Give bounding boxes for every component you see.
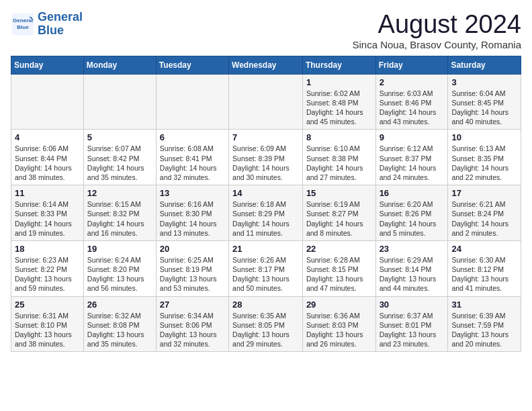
- calendar-cell: [229, 74, 303, 130]
- day-number: 30: [380, 300, 445, 310]
- main-title: August 2024: [352, 11, 521, 39]
- calendar-cell: [83, 74, 156, 130]
- day-number: 31: [451, 300, 517, 310]
- calendar-cell: 23Sunrise: 6:29 AM Sunset: 8:14 PM Dayli…: [375, 240, 448, 296]
- day-number: 8: [306, 132, 372, 142]
- calendar-cell: 18Sunrise: 6:23 AM Sunset: 8:22 PM Dayli…: [11, 240, 84, 296]
- calendar-cell: 28Sunrise: 6:35 AM Sunset: 8:05 PM Dayli…: [229, 296, 303, 352]
- calendar-cell: 5Sunrise: 6:07 AM Sunset: 8:42 PM Daylig…: [83, 130, 156, 185]
- day-of-week-header: Monday: [83, 56, 156, 74]
- day-number: 14: [232, 188, 299, 198]
- day-info: Sunrise: 6:37 AM Sunset: 8:01 PM Dayligh…: [380, 311, 445, 349]
- calendar-week-row: 11Sunrise: 6:14 AM Sunset: 8:33 PM Dayli…: [11, 185, 521, 241]
- calendar-cell: 25Sunrise: 6:31 AM Sunset: 8:10 PM Dayli…: [11, 296, 84, 352]
- day-number: 9: [380, 132, 445, 142]
- days-of-week-row: SundayMondayTuesdayWednesdayThursdayFrid…: [11, 56, 521, 74]
- calendar-cell: 29Sunrise: 6:36 AM Sunset: 8:03 PM Dayli…: [302, 296, 375, 352]
- svg-text:General: General: [13, 17, 33, 24]
- day-number: 23: [380, 244, 445, 254]
- day-number: 3: [451, 77, 517, 87]
- day-number: 21: [232, 244, 299, 254]
- calendar-week-row: 18Sunrise: 6:23 AM Sunset: 8:22 PM Dayli…: [11, 240, 521, 296]
- calendar-week-row: 25Sunrise: 6:31 AM Sunset: 8:10 PM Dayli…: [11, 296, 521, 352]
- day-number: 10: [451, 132, 517, 142]
- day-info: Sunrise: 6:23 AM Sunset: 8:22 PM Dayligh…: [15, 255, 80, 293]
- day-of-week-header: Wednesday: [229, 56, 303, 74]
- day-number: 19: [87, 244, 152, 254]
- calendar-cell: 27Sunrise: 6:34 AM Sunset: 8:06 PM Dayli…: [156, 296, 228, 352]
- calendar-week-row: 1Sunrise: 6:02 AM Sunset: 8:48 PM Daylig…: [11, 74, 521, 130]
- day-info: Sunrise: 6:26 AM Sunset: 8:17 PM Dayligh…: [232, 255, 299, 293]
- day-info: Sunrise: 6:35 AM Sunset: 8:05 PM Dayligh…: [232, 311, 299, 349]
- day-number: 12: [87, 188, 152, 198]
- day-number: 17: [451, 188, 517, 198]
- day-of-week-header: Thursday: [302, 56, 375, 74]
- day-number: 27: [160, 300, 225, 310]
- calendar-cell: 13Sunrise: 6:16 AM Sunset: 8:30 PM Dayli…: [156, 185, 228, 241]
- calendar-cell: 30Sunrise: 6:37 AM Sunset: 8:01 PM Dayli…: [375, 296, 448, 352]
- day-info: Sunrise: 6:29 AM Sunset: 8:14 PM Dayligh…: [380, 255, 445, 293]
- day-info: Sunrise: 6:36 AM Sunset: 8:03 PM Dayligh…: [306, 311, 372, 349]
- title-area: August 2024 Sinca Noua, Brasov County, R…: [352, 11, 521, 50]
- logo: General Blue GeneralBlue: [11, 11, 83, 38]
- day-info: Sunrise: 6:39 AM Sunset: 7:59 PM Dayligh…: [451, 311, 517, 349]
- day-of-week-header: Sunday: [11, 56, 84, 74]
- calendar-cell: 7Sunrise: 6:09 AM Sunset: 8:39 PM Daylig…: [229, 130, 303, 185]
- day-info: Sunrise: 6:20 AM Sunset: 8:26 PM Dayligh…: [380, 199, 445, 238]
- day-number: 11: [15, 188, 80, 198]
- day-number: 5: [87, 132, 152, 142]
- svg-text:Blue: Blue: [17, 24, 29, 30]
- day-number: 6: [160, 132, 225, 142]
- day-info: Sunrise: 6:15 AM Sunset: 8:32 PM Dayligh…: [87, 199, 152, 238]
- calendar-body: 1Sunrise: 6:02 AM Sunset: 8:48 PM Daylig…: [11, 74, 521, 351]
- day-number: 1: [306, 77, 372, 87]
- calendar-cell: 21Sunrise: 6:26 AM Sunset: 8:17 PM Dayli…: [229, 240, 303, 296]
- calendar-cell: 26Sunrise: 6:32 AM Sunset: 8:08 PM Dayli…: [83, 296, 156, 352]
- calendar-table: SundayMondayTuesdayWednesdayThursdayFrid…: [11, 56, 521, 352]
- day-number: 28: [232, 300, 299, 310]
- day-info: Sunrise: 6:21 AM Sunset: 8:24 PM Dayligh…: [451, 199, 517, 238]
- day-info: Sunrise: 6:24 AM Sunset: 8:20 PM Dayligh…: [87, 255, 152, 293]
- calendar-cell: 8Sunrise: 6:10 AM Sunset: 8:38 PM Daylig…: [302, 130, 375, 185]
- calendar-header: SundayMondayTuesdayWednesdayThursdayFrid…: [11, 56, 521, 74]
- day-of-week-header: Saturday: [448, 56, 521, 74]
- day-number: 24: [451, 244, 517, 254]
- calendar-week-row: 4Sunrise: 6:06 AM Sunset: 8:44 PM Daylig…: [11, 130, 521, 185]
- day-info: Sunrise: 6:08 AM Sunset: 8:41 PM Dayligh…: [160, 144, 225, 182]
- calendar-cell: 14Sunrise: 6:18 AM Sunset: 8:29 PM Dayli…: [229, 185, 303, 241]
- day-info: Sunrise: 6:04 AM Sunset: 8:45 PM Dayligh…: [451, 89, 517, 127]
- day-of-week-header: Friday: [375, 56, 448, 74]
- day-info: Sunrise: 6:31 AM Sunset: 8:10 PM Dayligh…: [15, 311, 80, 349]
- logo-text: GeneralBlue: [38, 11, 83, 38]
- calendar-cell: 4Sunrise: 6:06 AM Sunset: 8:44 PM Daylig…: [11, 130, 84, 185]
- day-info: Sunrise: 6:30 AM Sunset: 8:12 PM Dayligh…: [451, 255, 517, 293]
- header: General Blue GeneralBlue August 2024 Sin…: [11, 11, 521, 50]
- calendar-cell: 6Sunrise: 6:08 AM Sunset: 8:41 PM Daylig…: [156, 130, 228, 185]
- day-info: Sunrise: 6:13 AM Sunset: 8:35 PM Dayligh…: [451, 144, 517, 182]
- calendar-cell: 19Sunrise: 6:24 AM Sunset: 8:20 PM Dayli…: [83, 240, 156, 296]
- calendar-cell: [11, 74, 84, 130]
- day-info: Sunrise: 6:03 AM Sunset: 8:46 PM Dayligh…: [380, 89, 445, 127]
- day-info: Sunrise: 6:12 AM Sunset: 8:37 PM Dayligh…: [380, 144, 445, 182]
- calendar-cell: 16Sunrise: 6:20 AM Sunset: 8:26 PM Dayli…: [375, 185, 448, 241]
- calendar-cell: 2Sunrise: 6:03 AM Sunset: 8:46 PM Daylig…: [375, 74, 448, 130]
- calendar-cell: 11Sunrise: 6:14 AM Sunset: 8:33 PM Dayli…: [11, 185, 84, 241]
- day-number: 15: [306, 188, 372, 198]
- day-info: Sunrise: 6:09 AM Sunset: 8:39 PM Dayligh…: [232, 144, 299, 182]
- day-number: 16: [380, 188, 445, 198]
- day-number: 2: [380, 77, 445, 87]
- day-info: Sunrise: 6:25 AM Sunset: 8:19 PM Dayligh…: [160, 255, 225, 293]
- calendar-cell: 20Sunrise: 6:25 AM Sunset: 8:19 PM Dayli…: [156, 240, 228, 296]
- day-info: Sunrise: 6:19 AM Sunset: 8:27 PM Dayligh…: [306, 199, 372, 238]
- calendar-cell: 15Sunrise: 6:19 AM Sunset: 8:27 PM Dayli…: [302, 185, 375, 241]
- day-info: Sunrise: 6:18 AM Sunset: 8:29 PM Dayligh…: [232, 199, 299, 238]
- calendar-cell: 1Sunrise: 6:02 AM Sunset: 8:48 PM Daylig…: [302, 74, 375, 130]
- day-info: Sunrise: 6:28 AM Sunset: 8:15 PM Dayligh…: [306, 255, 372, 293]
- calendar-cell: 17Sunrise: 6:21 AM Sunset: 8:24 PM Dayli…: [448, 185, 521, 241]
- logo-icon: General Blue: [11, 12, 35, 36]
- day-number: 29: [306, 300, 372, 310]
- day-number: 22: [306, 244, 372, 254]
- calendar-cell: 9Sunrise: 6:12 AM Sunset: 8:37 PM Daylig…: [375, 130, 448, 185]
- day-of-week-header: Tuesday: [156, 56, 228, 74]
- day-number: 26: [87, 300, 152, 310]
